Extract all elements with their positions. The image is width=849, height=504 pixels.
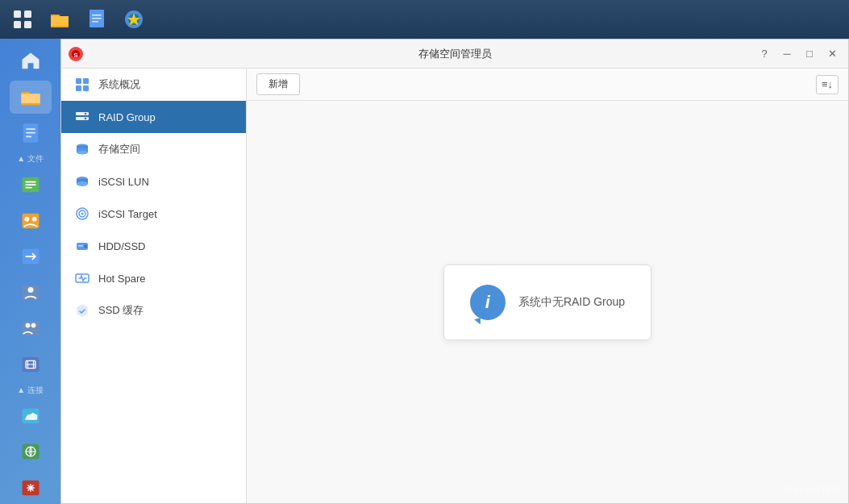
close-button[interactable]: ✕ [822,44,842,64]
window-body: 系统概况 RAID Group [61,69,848,503]
nav-hot-spare-label: Hot Spare [98,273,146,285]
svg-point-40 [85,113,86,115]
desktop: ▲ 文件 [0,39,849,504]
content-area: 新增 ≡↓ i 系统中无RAID Group [247,69,848,503]
svg-rect-7 [92,18,102,19]
window-title: 存储空间管理员 [418,47,492,61]
maximize-button[interactable]: □ [800,44,819,64]
svg-rect-13 [26,132,35,134]
sidebar-icon-doc[interactable] [10,117,52,149]
svg-point-17 [24,217,29,222]
nav-item-raid-group[interactable]: RAID Group [61,101,246,133]
nav-raid-label: RAID Group [98,111,156,123]
taskbar-app-storage[interactable] [118,3,150,35]
nav-overview-label: 系统概况 [98,77,140,92]
sidebar-icon-cloud[interactable] [10,400,52,432]
taskbar [0,0,849,39]
sidebar-icon-share[interactable] [10,205,52,237]
nav-hdd-label: HDD/SSD [98,240,146,252]
svg-rect-12 [26,128,35,130]
svg-rect-34 [76,78,81,84]
raid-icon [74,109,90,125]
toolbar-left: 新增 [256,73,300,95]
content-toolbar: 新增 ≡↓ [247,69,848,101]
sidebar-icon-user1[interactable] [10,276,52,308]
svg-rect-1 [24,10,31,18]
content-main: i 系统中无RAID Group [247,101,848,503]
svg-rect-8 [92,21,98,23]
window-controls: ? ─ □ ✕ [755,44,842,64]
ssd-cache-icon [74,302,90,319]
app-icon: S [68,46,84,62]
nav-ssd-cache-label: SSD 缓存 [98,303,144,318]
taskbar-app-folder[interactable] [44,3,76,35]
sidebar-icon-globe[interactable] [10,435,52,468]
svg-rect-14 [26,136,31,138]
nav-item-ssd-cache[interactable]: SSD 缓存 [61,294,246,327]
view-icon: ≡↓ [822,78,833,90]
svg-rect-39 [76,117,89,120]
titlebar-left: S [68,46,84,62]
svg-rect-2 [14,21,21,28]
nav-iscsi-lun-label: iSCSI LUN [98,176,149,188]
svg-point-41 [85,118,86,119]
toolbar-right: ≡↓ [816,75,839,94]
nav-storage-label: 存储空间 [98,142,140,156]
svg-point-23 [25,323,30,328]
svg-point-21 [27,287,33,293]
view-toggle-button[interactable]: ≡↓ [816,75,839,94]
svg-rect-35 [83,78,89,84]
sidebar-icon-domain[interactable] [10,348,52,380]
svg-point-45 [77,148,88,152]
help-button[interactable]: ? [755,44,774,64]
nav-item-storage[interactable]: 存储空间 [61,133,246,165]
taskbar-app-grid[interactable] [6,3,39,35]
svg-point-53 [84,245,87,248]
svg-rect-36 [76,85,81,91]
iscsi-lun-icon [74,173,90,190]
info-box: i 系统中无RAID Group [443,264,651,340]
minimize-button[interactable]: ─ [777,44,797,64]
hdd-icon [74,238,90,254]
sidebar-icon-home[interactable] [10,45,52,77]
nav-sidebar: 系统概况 RAID Group [61,69,247,503]
svg-text:S: S [73,52,78,59]
empty-message: 系统中无RAID Group [518,295,625,310]
svg-rect-6 [92,15,102,16]
main-window: S 存储空间管理员 ? ─ □ ✕ [60,39,849,504]
sidebar-icon-transfer[interactable] [10,240,52,273]
svg-point-18 [31,217,36,222]
new-button[interactable]: 新增 [256,73,300,95]
nav-item-hot-spare[interactable]: Hot Spare [61,262,246,294]
left-sidebar: ▲ 文件 [0,39,60,504]
svg-rect-38 [76,112,89,115]
nav-item-iscsi-target[interactable]: iSCSI Target [61,198,246,230]
sidebar-icon-folder[interactable] [10,81,52,113]
nav-item-iscsi-lun[interactable]: iSCSI LUN [61,165,246,198]
sidebar-icon-files[interactable] [10,169,52,201]
hot-spare-icon [74,270,90,286]
nav-item-hdd[interactable]: HDD/SSD [61,230,246,262]
sidebar-icon-user2[interactable] [10,312,52,344]
sidebar-section-files: ▲ 文件 [10,152,52,165]
window-titlebar: S 存储空间管理员 ? ─ □ ✕ [61,40,848,69]
nav-item-overview[interactable]: 系统概况 [61,69,246,101]
watermark: 值 什么值得买 [784,484,839,496]
svg-rect-0 [14,10,21,18]
sidebar-section-connect: ▲ 连接 [10,384,52,397]
svg-rect-37 [83,85,89,91]
svg-point-24 [31,323,35,328]
iscsi-target-icon [74,206,90,222]
svg-point-48 [77,181,88,186]
nav-iscsi-target-label: iSCSI Target [98,208,157,220]
svg-rect-54 [78,245,83,247]
info-icon: i [470,285,506,320]
taskbar-app-document[interactable] [81,3,113,35]
overview-icon [74,77,90,93]
sidebar-icon-network[interactable] [10,471,52,503]
storage-icon [74,141,90,157]
svg-rect-3 [24,21,31,28]
svg-point-51 [81,213,84,215]
